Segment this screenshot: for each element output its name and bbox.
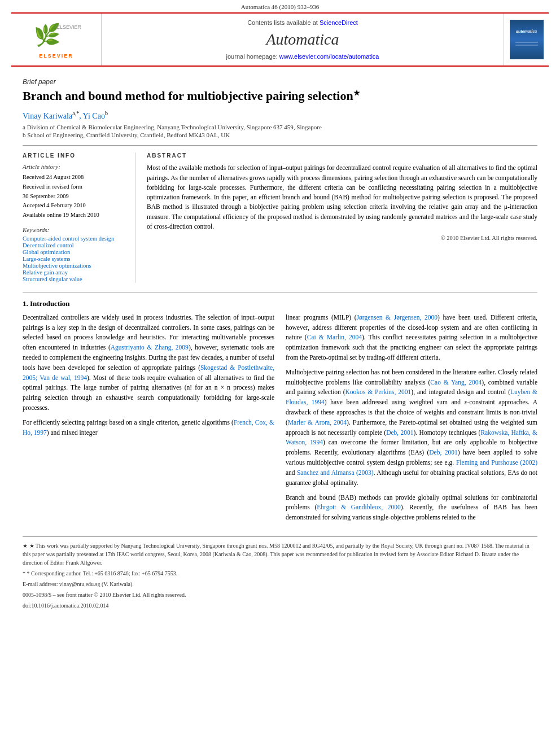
- keyword-6: Relative gain array: [23, 269, 126, 276]
- ref-deb[interactable]: Deb, 2001: [386, 429, 413, 436]
- ref-cao-yang[interactable]: Cao & Yang, 2004: [430, 379, 482, 386]
- elsevier-logo: 🌿 ELSEVIER ELSEVIER: [31, 21, 82, 59]
- automatica-small-logo: automatica: [510, 20, 544, 59]
- ref-cai[interactable]: Cai & Marlin, 2004: [307, 334, 362, 340]
- footnote-asterisk-text: * Corresponding author. Tel.: +65 6316 8…: [27, 570, 178, 576]
- section-1: 1. Introduction Decentralized controller…: [23, 299, 537, 527]
- body-divider: [23, 292, 537, 292]
- header-divider: [23, 145, 537, 146]
- footnote-asterisk-symbol: *: [23, 570, 27, 576]
- journal-title: Automatica: [266, 30, 339, 49]
- paper-type-label: Brief paper: [23, 78, 537, 86]
- received-date: Received 24 August 2008: [23, 173, 126, 182]
- available-date: Available online 19 March 2010: [23, 211, 126, 220]
- title-star: ★: [353, 89, 360, 97]
- footnotes: ★ ★ This work was partially supported by…: [23, 536, 537, 610]
- keyword-2: Decentralized control: [23, 242, 126, 248]
- footnote-email-text: E-mail address: vinay@ntu.edu.sg (V. Kar…: [23, 581, 134, 587]
- ref-jorgensen[interactable]: Jørgensen & Jørgensen, 2000: [357, 314, 438, 321]
- ref-marler[interactable]: Marler & Arora, 2004: [288, 419, 347, 426]
- copyright-line: © 2010 Elsevier Ltd. All rights reserved…: [147, 235, 537, 241]
- journal-logo-right: automatica: [504, 14, 549, 65]
- author2-name: , Yi Cao: [79, 111, 105, 120]
- footnote-star-symbol: ★: [23, 543, 29, 549]
- ref-ehrgott[interactable]: Ehrgott & Gandibleux, 2000: [317, 504, 401, 510]
- article-info-header: ARTICLE INFO: [23, 152, 126, 159]
- abstract-column: ABSTRACT Most of the available methods f…: [147, 152, 537, 282]
- article-info-abstract: ARTICLE INFO Article history: Received 2…: [23, 152, 537, 282]
- body-para-3: linear programs (MILP) (Jørgensen & Jørg…: [286, 313, 537, 363]
- citation-text: Automatica 46 (2010) 932–936: [241, 3, 319, 10]
- author1-sup: a,*: [72, 110, 79, 116]
- article-info-column: ARTICLE INFO Article history: Received 2…: [23, 152, 135, 282]
- body-col-left: Decentralized controllers are widely use…: [23, 313, 274, 527]
- footnote-issn-text: 0005-1098/$ – see front matter © 2010 El…: [23, 592, 186, 598]
- ref-fleming[interactable]: Fleming and Purshouse (2002): [456, 459, 537, 466]
- ref-kookos[interactable]: Kookos & Perkins, 2001: [345, 388, 412, 395]
- publisher-logo-area: 🌿 ELSEVIER ELSEVIER: [11, 14, 102, 65]
- paper-title: Branch and bound method for multiobjecti…: [23, 88, 537, 104]
- body-para-2: For efficiently selecting pairings based…: [23, 418, 274, 438]
- elsevier-tree-icon: 🌿 ELSEVIER: [31, 21, 82, 52]
- accepted-date: Accepted 4 February 2010: [23, 202, 126, 210]
- journal-header: 🌿 ELSEVIER ELSEVIER Contents lists avail…: [11, 12, 549, 67]
- sciencedirect-line: Contents lists available at ScienceDirec…: [247, 19, 358, 26]
- section-title-text: Introduction: [30, 299, 70, 308]
- received-revised-date: 30 September 2009: [23, 193, 126, 201]
- abstract-text: Most of the available methods for select…: [147, 163, 537, 231]
- ref-deb2[interactable]: Deb, 2001: [429, 449, 457, 456]
- sciencedirect-prefix: Contents lists available at: [247, 19, 320, 26]
- section-number: 1.: [23, 299, 28, 308]
- ref-agustriyanto[interactable]: Agustriyanto & Zhang, 2009: [111, 344, 189, 351]
- section-1-title: 1. Introduction: [23, 299, 537, 308]
- svg-text:ELSEVIER: ELSEVIER: [56, 24, 82, 30]
- homepage-link[interactable]: www.elsevier.com/locate/automatica: [279, 53, 379, 60]
- footnote-doi-text: doi:10.1016/j.automatica.2010.02.014: [23, 602, 108, 609]
- main-content: Brief paper Branch and bound method for …: [0, 67, 560, 623]
- elsevier-label: ELSEVIER: [39, 53, 73, 59]
- keyword-3: Global optimization: [23, 249, 126, 255]
- sciencedirect-link[interactable]: ScienceDirect: [320, 19, 358, 26]
- author2-sup: b: [105, 110, 108, 116]
- body-columns: Decentralized controllers are widely use…: [23, 313, 537, 527]
- keyword-4: Large-scale systems: [23, 256, 126, 262]
- footnote-issn: 0005-1098/$ – see front matter © 2010 El…: [23, 591, 537, 599]
- history-label: Article history:: [23, 163, 126, 170]
- body-para-5: Branch and bound (BAB) methods can provi…: [286, 493, 537, 523]
- body-para-1: Decentralized controllers are widely use…: [23, 313, 274, 413]
- homepage-prefix: journal homepage:: [226, 53, 279, 60]
- journal-title-area: Contents lists available at ScienceDirec…: [102, 14, 504, 65]
- keywords-label: Keywords:: [23, 226, 126, 233]
- body-para-4: Multiobjective pairing selection has not…: [286, 368, 537, 488]
- body-col-right: linear programs (MILP) (Jørgensen & Jørg…: [286, 313, 537, 527]
- ref-french[interactable]: French, Cox, & Ho, 1997: [23, 419, 274, 436]
- affiliation-b: b School of Engineering, Cranfield Unive…: [23, 132, 537, 138]
- journal-citation: Automatica 46 (2010) 932–936: [0, 0, 560, 12]
- ref-luyben[interactable]: Luyben & Floudas, 1994: [286, 388, 537, 405]
- footnote-doi: doi:10.1016/j.automatica.2010.02.014: [23, 601, 537, 610]
- received-revised-label: Received in revised form: [23, 183, 126, 191]
- affiliation-a: a Division of Chemical & Biomolecular En…: [23, 124, 537, 130]
- author1-name: Vinay Kariwala: [23, 111, 72, 120]
- authors-line: Vinay Kariwalaa,*, Yi Caob: [23, 110, 537, 121]
- automatica-logo-decoration: [513, 34, 541, 51]
- abstract-header: ABSTRACT: [147, 152, 537, 159]
- keyword-1: Computer-aided control system design: [23, 235, 126, 242]
- keyword-5: Multiobjective optimizations: [23, 263, 126, 269]
- footnote-email: E-mail address: vinay@ntu.edu.sg (V. Kar…: [23, 580, 537, 588]
- paper-title-text: Branch and bound method for multiobjecti…: [23, 89, 353, 103]
- journal-homepage: journal homepage: www.elsevier.com/locat…: [226, 53, 379, 60]
- footnote-asterisk: * * Corresponding author. Tel.: +65 6316…: [23, 569, 537, 578]
- keyword-7: Structured singular value: [23, 276, 126, 282]
- footnote-star-text: ★ This work was partially supported by N…: [23, 543, 530, 566]
- automatica-logo-text: automatica: [516, 29, 537, 34]
- ref-sanchez[interactable]: Sanchez and Almansa (2003): [297, 469, 374, 476]
- footnote-star: ★ ★ This work was partially supported by…: [23, 541, 537, 567]
- ref-skogestad[interactable]: Skogestad & Postlethwaite, 2005; Van de …: [23, 364, 274, 381]
- keywords-section: Keywords: Computer-aided control system …: [23, 226, 126, 282]
